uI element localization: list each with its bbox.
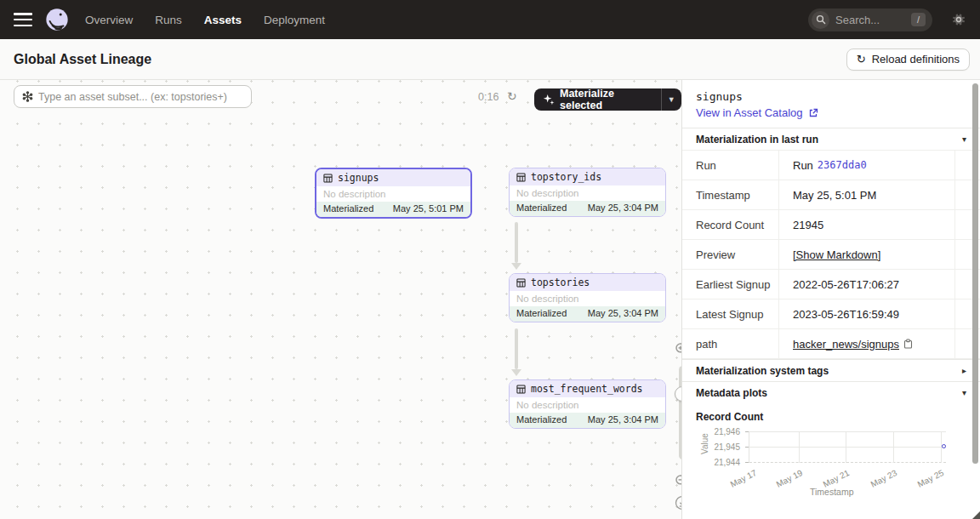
table-row-record-count: Record Count 21945 <box>682 210 980 240</box>
section-materialization-in-last-run[interactable]: Materialization in last run ▾ <box>682 128 980 150</box>
zoom-slider-handle[interactable] <box>675 386 682 402</box>
materialize-selected-label: Materialize selected <box>560 88 652 111</box>
chart-plot-area <box>749 431 946 463</box>
resize-handle[interactable] <box>972 511 980 519</box>
row-value: May 25, 5:01 PM <box>778 180 954 209</box>
materialization-details-table: Run Run 2367dda0 Timestamp May 25, 5:01 … <box>682 150 980 359</box>
y-tick-label: 21,945 <box>689 442 740 452</box>
lineage-graph-canvas[interactable]: 0:16 ↻ Materialize selected ▼ <box>0 80 682 519</box>
asset-node-most-frequent-words[interactable]: most_frequent_words No description Mater… <box>509 379 666 429</box>
asset-node-footer: Materialized May 25, 3:04 PM <box>510 306 665 322</box>
table-icon <box>323 174 333 183</box>
sidebar-asset-name: signups <box>682 80 980 103</box>
asset-node-header: topstory_ids <box>510 168 665 185</box>
search-placeholder: Search... <box>835 14 911 26</box>
table-icon <box>516 385 526 394</box>
sparkle-icon <box>543 94 555 106</box>
section-materialization-system-tags[interactable]: Materialization system tags ▸ <box>682 359 980 381</box>
hamburger-menu-icon[interactable] <box>14 13 32 26</box>
row-label: Record Count <box>682 219 778 231</box>
asset-node-status: Materialized <box>516 202 567 214</box>
asset-node-topstories[interactable]: topstories No description Materialized M… <box>509 273 666 322</box>
search-icon <box>812 11 829 29</box>
table-row-run: Run Run 2367dda0 <box>682 151 980 180</box>
row-value: 2023-05-26T16:59:49 <box>778 299 954 328</box>
view-in-asset-catalog-link[interactable]: View in Asset Catalog <box>682 103 980 128</box>
x-tick-label: May 25 <box>908 468 945 493</box>
table-row-timestamp: Timestamp May 25, 5:01 PM <box>682 180 980 210</box>
asset-node-timestamp: May 25, 5:01 PM <box>393 203 464 214</box>
copy-to-clipboard-icon[interactable] <box>903 339 913 349</box>
asset-node-signups[interactable]: signups No description Materialized May … <box>315 168 472 219</box>
materialize-dropdown-caret[interactable]: ▼ <box>661 88 681 111</box>
table-row-path: path hacker_news/signups <box>682 329 980 359</box>
catalog-link-label: View in Asset Catalog <box>696 106 803 119</box>
nav-item-runs[interactable]: Runs <box>155 14 182 26</box>
edge-topstory-ids-to-topstories <box>515 222 518 263</box>
asset-node-status: Materialized <box>516 308 567 319</box>
section-metadata-plots[interactable]: Metadata plots ▾ <box>682 381 980 403</box>
edge-arrowhead <box>511 263 521 270</box>
chart-x-axis-label: Timestamp <box>810 487 854 497</box>
asset-node-footer: Materialized May 25, 3:04 PM <box>510 201 665 216</box>
zoom-in-icon[interactable] <box>675 342 682 357</box>
sidebar-scrollbar[interactable] <box>972 83 978 464</box>
chevron-right-icon: ▸ <box>962 366 966 375</box>
chart-y-axis-label: Value <box>700 433 709 454</box>
asset-node-timestamp: May 25, 3:04 PM <box>588 202 658 214</box>
asset-node-header: topstories <box>510 274 665 291</box>
nav-item-deployment[interactable]: Deployment <box>264 14 325 26</box>
external-link-icon <box>808 108 818 118</box>
row-value: 2022-05-26T17:06:27 <box>778 270 954 299</box>
refresh-icon[interactable]: ↻ <box>507 89 517 103</box>
asset-node-name: most_frequent_words <box>531 383 643 395</box>
asset-subset-filter[interactable] <box>14 85 252 108</box>
gear-icon[interactable] <box>951 12 966 27</box>
download-graph-icon[interactable] <box>675 495 682 510</box>
edge-arrowhead <box>511 369 521 376</box>
row-label: Latest Signup <box>682 308 778 321</box>
asset-graph-icon <box>22 91 33 102</box>
dagster-logo[interactable] <box>44 7 70 32</box>
section-label: Materialization system tags <box>696 365 829 377</box>
row-label: Timestamp <box>682 189 778 202</box>
section-label: Metadata plots <box>696 387 767 399</box>
asset-node-timestamp: May 25, 3:04 PM <box>588 414 658 425</box>
chart-data-point[interactable] <box>942 444 946 448</box>
row-label: Earliest Signup <box>682 278 778 291</box>
asset-node-description: No description <box>510 185 665 201</box>
asset-node-name: signups <box>338 172 379 184</box>
table-row-preview: Preview [Show Markdown] <box>682 240 980 270</box>
asset-node-topstory-ids[interactable]: topstory_ids No description Materialized… <box>509 168 666 217</box>
table-icon <box>516 278 526 288</box>
edge-topstories-to-most-frequent-words <box>515 328 518 369</box>
nav-item-assets[interactable]: Assets <box>204 14 242 26</box>
search-input[interactable]: Search... / <box>808 9 932 31</box>
asset-node-header: most_frequent_words <box>510 380 665 397</box>
asset-node-header: signups <box>316 169 470 186</box>
row-label: path <box>682 338 778 351</box>
path-link[interactable]: hacker_news/signups <box>793 338 899 351</box>
asset-details-sidebar: signups View in Asset Catalog Materializ… <box>682 80 980 519</box>
run-id-link[interactable]: 2367dda0 <box>818 159 867 171</box>
asset-subset-input[interactable] <box>38 91 243 103</box>
section-label: Materialization in last run <box>696 134 818 145</box>
show-markdown-link[interactable]: [Show Markdown] <box>793 248 880 261</box>
x-tick-label: May 23 <box>861 468 898 493</box>
nav-item-overview[interactable]: Overview <box>85 14 133 26</box>
materialize-selected-button[interactable]: Materialize selected ▼ <box>534 88 681 111</box>
zoom-out-icon[interactable] <box>675 474 682 489</box>
y-tick-label: 21,944 <box>689 458 740 467</box>
top-nav: Overview Runs Assets Deployment Search..… <box>0 0 980 39</box>
record-count-chart: Record Count 21,946 21,945 21,944 May 17… <box>682 403 980 518</box>
asset-node-name: topstories <box>531 277 590 288</box>
asset-node-footer: Materialized May 25, 3:04 PM <box>510 413 665 428</box>
asset-node-description: No description <box>510 397 665 413</box>
x-tick-label: May 17 <box>721 468 758 493</box>
y-tick-label: 21,946 <box>689 427 740 436</box>
reload-definitions-button[interactable]: ↻ Reload definitions <box>846 48 970 71</box>
reload-icon: ↻ <box>857 54 866 65</box>
reload-definitions-label: Reload definitions <box>872 53 960 66</box>
asset-node-status: Materialized <box>323 203 373 214</box>
asset-node-name: topstory_ids <box>531 171 601 183</box>
